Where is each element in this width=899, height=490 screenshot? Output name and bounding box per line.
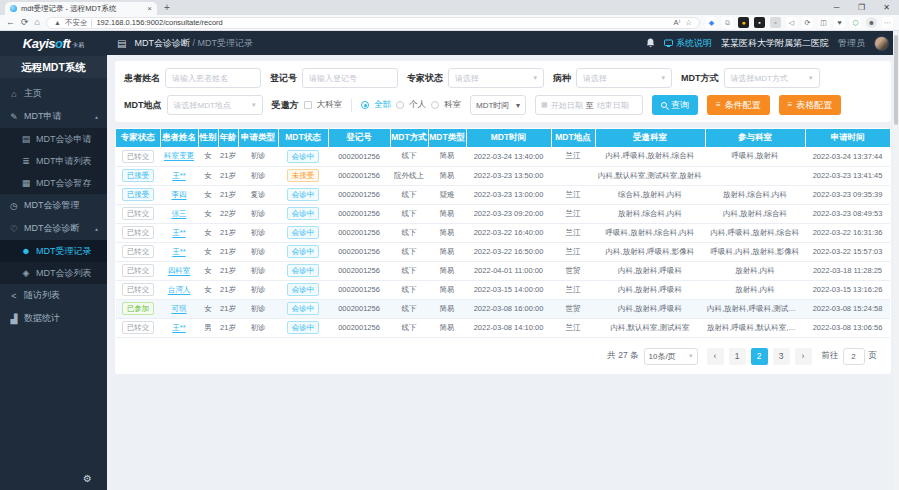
page-size-select[interactable]: 10条/页▾ [644, 348, 698, 365]
invitee-radio-全部[interactable] [361, 101, 369, 109]
profile-icon[interactable]: ☻ [866, 17, 877, 28]
sidebar-item-mdt-draft[interactable]: ▦MDT会诊暂存 [0, 172, 107, 194]
read-aloud-icon[interactable]: A⁾ [673, 18, 680, 27]
sidebar-item-mdt-record[interactable]: ☻MDT受理记录 [0, 240, 107, 262]
ext-dark-2-icon[interactable]: ▪ [754, 17, 765, 28]
ext-dark-1-icon[interactable]: ● [738, 17, 749, 28]
sidebar-item-followup-list[interactable]: <随访列表 [0, 284, 107, 307]
patient-name-link[interactable]: 王** [172, 323, 185, 332]
window-minimize-icon[interactable]: ─ [824, 0, 849, 15]
expert-status-badge: 已转交 [122, 245, 155, 258]
tab-favicon-icon [10, 5, 17, 12]
cell-expert-status: 已转交 [116, 242, 160, 261]
patient-name-link[interactable]: 王** [172, 247, 185, 256]
patient-name-link[interactable]: 张三 [172, 209, 187, 218]
cell-register-no: 0002001256 [328, 299, 390, 318]
gear-icon[interactable]: ⚙ [83, 473, 92, 484]
home-icon[interactable]: ⌂ [35, 18, 40, 27]
patient-name-link[interactable]: 王** [172, 228, 185, 237]
pagination: 共 27 条 10条/页▾ ‹ 123 › 前往 页 [116, 338, 890, 365]
tab-close-icon[interactable]: × [147, 5, 152, 13]
split-screen-icon[interactable]: ◫ [818, 17, 829, 28]
page-button-2[interactable]: 2 [751, 348, 768, 365]
sync-icon[interactable]: ⟳ [802, 17, 813, 28]
patient-name-link[interactable]: 可琪 [172, 304, 187, 313]
address-bar[interactable]: ▲ 不安全 192.168.0.156:9002/consultate/reco… [46, 17, 700, 29]
breadcrumb-current: MDT受理记录 [198, 38, 254, 48]
browser-tab[interactable]: mdt受理记录 - 远程MDT系统 × [5, 2, 157, 15]
draft-icon: ▦ [21, 178, 31, 188]
prev-page-button[interactable]: ‹ [707, 348, 724, 365]
expert-status-select[interactable]: 请选择▾ [448, 68, 544, 88]
collections-icon[interactable]: ⧉ [722, 17, 733, 28]
cell-joined-depts: 放射科,综合科,内科 [705, 185, 805, 204]
sidebar-item-mdt-apply-list[interactable]: ≣MDT申请列表 [0, 150, 107, 172]
cell-joined-depts: 内科,呼吸科,放射科,综合科 [705, 223, 805, 242]
sidebar-item-mdt-apply-form[interactable]: ▤MDT会诊申请 [0, 128, 107, 150]
sidebar-item-home[interactable]: ⌂主页 [0, 82, 107, 105]
window-close-icon[interactable]: ✕ [874, 0, 899, 15]
cell-mdt-status: 会诊中 [278, 261, 328, 280]
more-menu-icon[interactable]: ⋯ [882, 17, 893, 28]
goto-page-input[interactable] [843, 348, 865, 365]
sidebar-menu: ⌂主页✎MDT申请▴▤MDT会诊申请≣MDT申请列表▦MDT会诊暂存◷MDT会诊… [0, 82, 107, 330]
bell-icon[interactable] [646, 38, 655, 48]
collapse-menu-icon[interactable]: ▤ [117, 38, 126, 49]
patient-name-link[interactable]: 李四 [172, 190, 187, 199]
next-page-button[interactable]: › [795, 348, 812, 365]
window-restore-icon[interactable]: ❐ [849, 0, 874, 15]
speaker-mute-icon[interactable]: ◁ [786, 17, 797, 28]
page-button-3[interactable]: 3 [773, 348, 790, 365]
extensions-puzzle-icon[interactable]: ⬡ [850, 17, 861, 28]
condition-config-button[interactable]: ≡条件配置 [707, 95, 770, 115]
page-button-1[interactable]: 1 [729, 348, 746, 365]
avatar[interactable] [874, 36, 889, 51]
sidebar-item-statistics[interactable]: ▟数据统计 [0, 307, 107, 330]
new-tab-button[interactable]: + [164, 2, 170, 15]
favorite-star-icon[interactable]: ☆ [685, 18, 692, 27]
disease-select[interactable]: 请选择▾ [576, 68, 672, 88]
sidebar-item-mdt-list[interactable]: ◈MDT会诊列表 [0, 262, 107, 284]
monitor-icon [664, 39, 673, 48]
refresh-icon[interactable]: ⟳ [21, 18, 29, 27]
patient-name-link[interactable]: 四科室 [168, 266, 191, 275]
page-scrollbar[interactable] [893, 31, 899, 490]
cell-mdt-location: 兰江 [551, 223, 595, 242]
patient-name-link[interactable]: 王** [172, 171, 185, 180]
system-help-link[interactable]: 系统说明 [664, 37, 712, 50]
cell-joined-depts: 呼吸科,内科,放射科,影像科 [705, 242, 805, 261]
cell-expert-status: 已转交 [116, 280, 160, 299]
back-icon[interactable]: ← [6, 18, 15, 27]
patient-name-input[interactable] [165, 68, 261, 88]
cell-age: 21岁 [218, 185, 238, 204]
cell-mdt-time: 2022-03-22 16:50:00 [466, 242, 551, 261]
mdt-location-select[interactable]: 请选择MDT地点▾ [167, 95, 263, 115]
cell-mdt-way: 线下 [390, 185, 428, 204]
config-lines-icon: ≡ [788, 101, 793, 109]
time-type-select[interactable]: MDT时间▾ [470, 95, 526, 115]
cell-joined-depts: 内科,放射科,综合科 [705, 204, 805, 223]
sidebar-item-mdt-diagnosis[interactable]: ♡MDT会诊诊断▴ [0, 217, 107, 240]
sidebar-item-mdt-apply[interactable]: ✎MDT申请▴ [0, 105, 107, 128]
scrollbar-thumb[interactable] [894, 35, 898, 125]
big-dept-checkbox[interactable] [304, 101, 312, 109]
bookmark-colored-icon[interactable]: ◆ [706, 17, 717, 28]
sidebar-item-mdt-manage[interactable]: ◷MDT会诊管理 [0, 194, 107, 217]
expert-status-badge: 已转交 [122, 207, 155, 220]
browser-essentials-icon[interactable]: ♥ [834, 17, 845, 28]
expert-status-badge: 已接受 [122, 188, 155, 201]
ext-gray-icon[interactable]: ▫ [770, 17, 781, 28]
date-range-picker[interactable]: ▦ 开始日期 至 结束日期 [535, 95, 643, 115]
table-config-button[interactable]: ≡表格配置 [779, 95, 842, 115]
register-no-input[interactable] [302, 68, 398, 88]
patient-name-link[interactable]: 科室变更 [164, 151, 194, 160]
patient-name-link[interactable]: 台湾人 [168, 285, 191, 294]
invitee-radio-科室[interactable] [431, 101, 439, 109]
invitee-radio-个人[interactable] [396, 101, 404, 109]
search-button[interactable]: 查询 [652, 95, 698, 115]
cell-expert-status: 已转交 [116, 147, 160, 166]
mdt-status-badge: 会诊中 [287, 264, 320, 277]
cell-mdt-status: 会诊中 [278, 204, 328, 223]
mdt-way-select[interactable]: 请选择MDT方式▾ [724, 68, 820, 88]
mdt-status-badge: 会诊中 [287, 207, 320, 220]
